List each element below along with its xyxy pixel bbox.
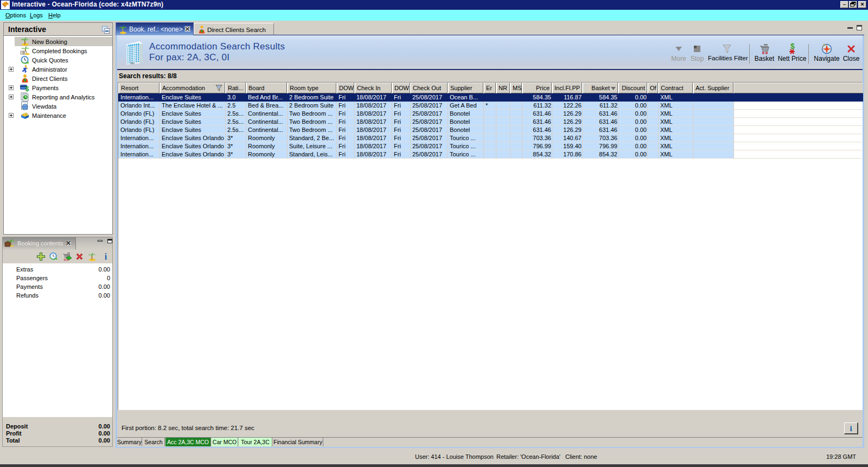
svg-text:i: i [105,252,107,261]
svg-text:$: $ [25,85,29,92]
svg-text:$: $ [790,42,795,51]
